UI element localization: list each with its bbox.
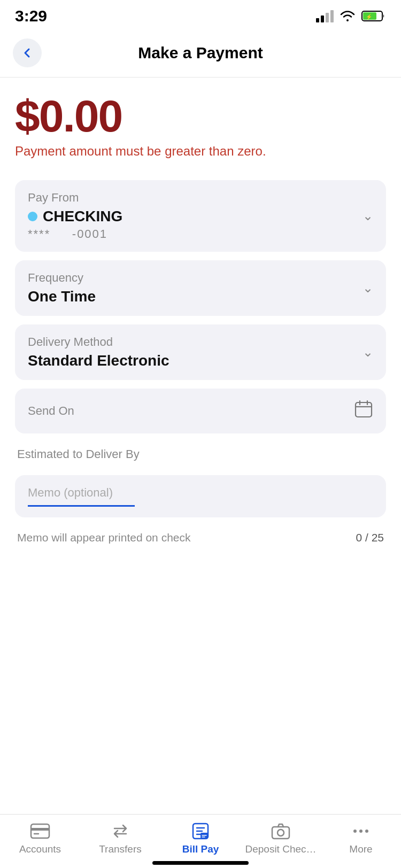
svg-point-19 [365,830,368,833]
billpay-icon [190,822,211,840]
nav-item-billpay[interactable]: Bill Pay [160,822,241,855]
memo-hint: Memo will appear printed on check [17,531,191,544]
svg-point-17 [353,830,357,833]
bottom-nav: Accounts Transfers Bill Pay Deposit Chec… [0,814,401,868]
nav-item-transfers[interactable]: Transfers [80,822,160,855]
estimated-deliver-label: Estimated to Deliver By [15,442,386,467]
chevron-left-icon [21,47,33,59]
svg-rect-8 [31,828,49,831]
svg-rect-3 [356,402,372,417]
signal-icon [316,10,334,22]
account-masked: **** [28,227,50,241]
pay-from-content: Pay From CHECKING **** -0001 [28,191,363,241]
nav-label-more: More [349,843,372,855]
accounts-icon [30,822,50,840]
wifi-icon [339,10,356,22]
amount-value: $0.00 [15,94,386,138]
send-on-label: Send On [28,404,74,418]
pay-from-account-type: CHECKING [43,208,122,225]
svg-point-16 [277,830,284,836]
frequency-card[interactable]: Frequency One Time ⌄ [15,260,386,316]
delivery-method-card[interactable]: Delivery Method Standard Electronic ⌄ [15,324,386,380]
header: Make a Payment [0,29,401,78]
nav-label-depositcheck: Deposit Chec… [245,843,316,855]
memo-footer: Memo will appear printed on check 0 / 25 [15,531,386,544]
pay-from-value: CHECKING [28,208,363,225]
status-icons: ⚡ [316,10,386,22]
send-on-card[interactable]: Send On [15,389,386,433]
back-button[interactable] [13,38,42,67]
svg-rect-15 [272,827,289,839]
nav-label-billpay: Bill Pay [182,843,219,855]
amount-display: $0.00 Payment amount must be greater tha… [15,94,386,159]
nav-label-transfers: Transfers [99,843,142,855]
camera-icon [271,822,291,840]
memo-label: Memo (optional) [28,486,373,500]
frequency-chevron-icon: ⌄ [363,281,373,296]
svg-text:⚡: ⚡ [366,13,373,20]
svg-point-18 [359,830,363,833]
svg-rect-7 [31,824,49,838]
nav-item-accounts[interactable]: Accounts [0,822,80,855]
nav-item-more[interactable]: More [321,822,401,855]
bottom-spacer [15,544,386,619]
more-icon [351,822,371,840]
battery-icon: ⚡ [361,10,386,22]
main-content: $0.00 Payment amount must be greater tha… [0,78,401,630]
pay-from-chevron-icon: ⌄ [363,208,373,223]
transfers-icon [110,822,130,840]
frequency-value: One Time [28,288,363,305]
status-time: 3:29 [15,7,47,25]
home-indicator [152,861,249,865]
pay-from-label: Pay From [28,191,363,205]
nav-label-accounts: Accounts [19,843,61,855]
delivery-method-content: Delivery Method Standard Electronic [28,335,363,369]
checking-dot [28,212,37,221]
calendar-icon [354,399,373,423]
delivery-method-label: Delivery Method [28,335,363,349]
frequency-content: Frequency One Time [28,271,363,305]
pay-from-card[interactable]: Pay From CHECKING **** -0001 ⌄ [15,180,386,252]
delivery-method-value: Standard Electronic [28,352,363,369]
frequency-label: Frequency [28,271,363,285]
page-title: Make a Payment [42,44,359,62]
delivery-method-chevron-icon: ⌄ [363,345,373,360]
account-last: -0001 [72,227,107,241]
memo-count: 0 / 25 [356,531,384,544]
memo-card[interactable]: Memo (optional) [15,475,386,517]
form-cards: Pay From CHECKING **** -0001 ⌄ Frequency… [15,180,386,544]
memo-underline [28,505,135,507]
account-number: **** -0001 [28,227,363,241]
nav-item-depositcheck[interactable]: Deposit Chec… [241,822,321,855]
amount-error: Payment amount must be greater than zero… [15,144,386,159]
status-bar: 3:29 ⚡ [0,0,401,29]
